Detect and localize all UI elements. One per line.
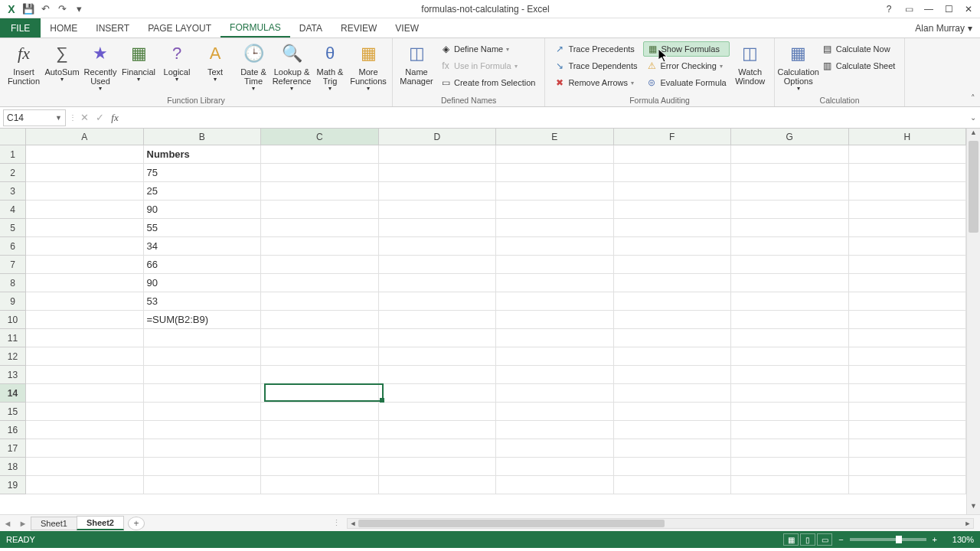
cell[interactable] [496,384,614,403]
cell[interactable] [26,201,144,219]
cell[interactable] [614,329,732,347]
cell[interactable]: 34 [144,237,262,256]
cell[interactable] [849,145,967,164]
cell[interactable] [849,274,967,292]
cell[interactable] [26,476,144,494]
cell[interactable] [849,219,967,237]
autosum-button[interactable]: ∑AutoSum▾ [43,40,81,85]
cell[interactable] [261,403,379,421]
col-header[interactable]: H [849,129,967,145]
cell[interactable]: 25 [144,182,262,201]
row-header[interactable]: 16 [0,421,26,439]
add-sheet-button[interactable]: + [128,517,145,530]
cell[interactable] [731,219,849,237]
date-time-button[interactable]: 🕒Date & Time▾ [234,40,273,94]
cell[interactable] [496,292,614,311]
cell[interactable] [26,164,144,182]
cell[interactable] [26,256,144,274]
name-box[interactable]: C14▼ [3,109,66,126]
cell[interactable] [261,237,379,256]
collapse-ribbon-icon[interactable]: ˄ [971,93,975,103]
sheet-tab-sheet2[interactable]: Sheet2 [77,516,124,530]
col-header[interactable]: G [731,129,849,145]
cell[interactable] [261,347,379,366]
row-header[interactable]: 6 [0,237,26,256]
zoom-out-icon[interactable]: − [838,535,843,544]
cell[interactable] [496,274,614,292]
cell[interactable] [849,458,967,476]
cell[interactable]: 90 [144,201,262,219]
fx-button-icon[interactable]: fx [107,110,122,126]
cell[interactable] [379,439,497,458]
cell[interactable] [144,439,262,458]
cell[interactable] [379,403,497,421]
cell[interactable] [26,421,144,439]
cell[interactable] [261,311,379,329]
cell[interactable] [731,384,849,403]
cell[interactable] [379,311,497,329]
col-header[interactable]: A [26,129,144,145]
cell[interactable] [614,384,732,403]
recently-used-button[interactable]: ★Recently Used▾ [81,40,119,94]
row-header[interactable]: 2 [0,164,26,182]
minimize-icon[interactable]: — [920,2,937,17]
cell[interactable]: Numbers [144,145,262,164]
cell[interactable] [849,164,967,182]
row-header[interactable]: 3 [0,182,26,201]
cell[interactable] [496,311,614,329]
cell[interactable] [496,347,614,366]
zoom-in-icon[interactable]: + [933,535,937,544]
cell[interactable] [496,329,614,347]
zoom-percent[interactable]: 130% [943,535,974,544]
name-manager-button[interactable]: ◫Name Manager [397,40,436,87]
cell[interactable] [496,145,614,164]
cell[interactable] [614,292,732,311]
cell[interactable] [849,347,967,366]
scroll-right-icon[interactable]: ► [962,520,973,527]
cell[interactable] [26,439,144,458]
cell[interactable] [731,256,849,274]
cell[interactable] [379,274,497,292]
logical-button[interactable]: ?Logical▾ [158,40,196,85]
cell[interactable] [261,366,379,384]
cell[interactable] [849,292,967,311]
cell[interactable] [731,329,849,347]
row-header[interactable]: 7 [0,256,26,274]
cell[interactable] [849,329,967,347]
cell[interactable] [731,292,849,311]
tab-home[interactable]: HOME [41,18,87,37]
cell[interactable] [261,182,379,201]
cell[interactable] [731,164,849,182]
zoom-slider[interactable] [850,538,926,541]
cell[interactable]: =SUM(B2:B9) [144,311,262,329]
col-header[interactable]: C [261,129,379,145]
insert-function-button[interactable]: fxInsert Function [5,40,43,87]
cell[interactable] [731,403,849,421]
cell[interactable] [731,201,849,219]
cell[interactable] [379,145,497,164]
cell[interactable] [379,458,497,476]
calculation-options-button[interactable]: ▦Calculation Options▾ [779,40,818,94]
show-formulas-button[interactable]: ▦Show Formulas [643,41,729,57]
cell[interactable] [849,311,967,329]
cell[interactable] [379,219,497,237]
cell[interactable] [26,219,144,237]
cell[interactable] [731,476,849,494]
cell[interactable] [26,403,144,421]
normal-view-icon[interactable]: ▦ [783,533,799,546]
maximize-icon[interactable]: ☐ [940,2,957,17]
cell[interactable] [614,164,732,182]
cell[interactable] [26,311,144,329]
hscroll-track[interactable]: ◄ ► [347,518,974,529]
cell[interactable] [849,476,967,494]
row-header[interactable]: 12 [0,347,26,366]
cell[interactable] [496,256,614,274]
cell[interactable] [731,145,849,164]
help-icon[interactable]: ? [880,2,897,17]
remove-arrows-button[interactable]: ✖Remove Arrows ▾ [551,75,640,90]
cell[interactable] [261,384,379,403]
cell[interactable] [614,421,732,439]
cell[interactable] [731,366,849,384]
redo-icon[interactable]: ↷ [55,2,69,16]
cell[interactable] [26,329,144,347]
